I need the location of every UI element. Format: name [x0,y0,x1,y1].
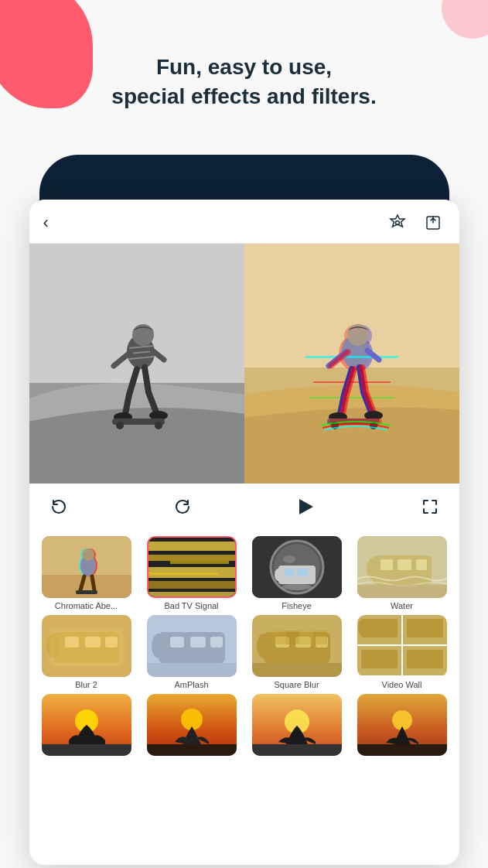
svg-rect-21 [309,397,394,398]
effect-thumb-row3b [147,694,237,756]
share-icon-button[interactable] [421,210,445,235]
effect-row3-a[interactable] [37,694,136,759]
topbar-icons [385,210,445,235]
skater-glitch [244,244,459,484]
play-triangle-icon [299,499,313,514]
svg-rect-109 [357,744,447,756]
blur2-thumb-img [42,615,131,677]
play-button[interactable] [292,493,320,521]
svg-rect-100 [42,744,131,756]
effect-blur2[interactable]: Blur 2 [37,615,136,689]
effect-row3-d[interactable] [353,694,452,759]
effect-fisheye[interactable]: Fisheye [247,536,346,610]
svg-rect-53 [297,569,308,576]
redo-icon [172,497,193,517]
effect-squareblur[interactable]: Square Blur [247,615,346,689]
effect-label-blur2: Blur 2 [75,680,97,689]
effect-label-videowall: Video Wall [382,680,422,689]
redo-button[interactable] [169,493,196,521]
svg-rect-59 [398,559,411,570]
effects-row-1: Chromatic Abe... [37,536,452,610]
svg-point-49 [283,555,295,563]
effects-row-2: Blur 2 AmPlash [37,615,452,689]
svg-rect-97 [357,644,447,646]
undo-button[interactable] [45,493,73,521]
svg-point-78 [257,634,271,658]
effect-row3-c[interactable] [247,694,346,759]
effect-thumb-videowall [357,615,447,677]
svg-rect-84 [299,630,313,644]
svg-rect-91 [407,619,443,637]
svg-point-54 [282,584,312,590]
row3d-thumb-img [357,694,447,756]
video-preview [29,244,459,484]
svg-point-51 [275,569,282,581]
effect-water[interactable]: Water [353,536,452,610]
row3a-thumb-img [42,694,131,756]
effect-label-water: Water [391,601,413,610]
svg-point-0 [395,221,399,225]
svg-rect-42 [148,592,237,598]
svg-rect-52 [285,569,294,576]
fisheye-thumb-img [252,536,342,598]
effect-thumb-badtv [147,536,237,598]
svg-rect-61 [357,585,447,598]
svg-rect-36 [76,590,97,594]
svg-rect-85 [313,630,327,644]
effect-label-amplash: AmPlash [174,680,208,689]
svg-rect-73 [190,637,206,648]
effect-amplash[interactable]: AmPlash [142,615,241,689]
svg-rect-83 [285,630,299,644]
videowall-thumb-img [357,615,447,677]
tagline: Fun, easy to use, special effects and fi… [0,53,488,111]
row3c-thumb-img [252,694,342,756]
effect-thumb-row3a [42,694,131,756]
effect-thumb-squareblur [252,615,342,677]
fullscreen-icon [420,497,440,517]
svg-rect-45 [148,572,218,575]
skater-grayscale [29,244,244,484]
svg-rect-103 [147,744,237,756]
svg-rect-93 [361,650,398,668]
svg-rect-95 [407,650,443,668]
svg-rect-82 [271,630,285,644]
settings-icon [388,214,407,232]
svg-rect-72 [170,637,184,648]
back-button[interactable]: ‹ [43,213,49,233]
effect-row3-b[interactable] [142,694,241,759]
svg-rect-68 [105,637,118,648]
svg-point-89 [358,620,364,635]
svg-point-10 [155,422,162,429]
fullscreen-button[interactable] [416,493,444,521]
svg-rect-19 [305,356,398,358]
effect-thumb-water [357,536,447,598]
effect-thumb-blur2 [42,615,131,677]
effect-videowall[interactable]: Video Wall [353,615,452,689]
water-thumb-img [357,536,447,598]
effect-thumb-amplash [147,615,237,677]
squareblur-thumb-img [252,615,342,677]
effect-thumb-chromatic [42,536,131,598]
effect-label-badtv: Bad TV Signal [164,601,218,610]
svg-rect-60 [416,559,427,570]
svg-rect-67 [85,637,101,648]
svg-rect-66 [65,637,79,648]
svg-point-35 [82,548,94,561]
svg-point-71 [152,634,166,658]
svg-rect-38 [148,542,237,551]
badtv-thumb-img [148,538,237,598]
undo-icon [49,497,69,517]
effect-thumb-row3d [357,694,447,756]
chromatic-thumb-img [42,536,131,598]
share-icon [424,214,442,232]
amplash-thumb-img [147,615,237,677]
svg-rect-74 [210,637,223,648]
row3b-thumb-img [147,694,237,756]
effect-label-chromatic: Chromatic Abe... [55,601,118,610]
settings-icon-button[interactable] [385,210,410,235]
svg-rect-41 [148,581,237,589]
video-left-panel [29,244,244,484]
video-right-panel [244,244,459,484]
effect-chromatic[interactable]: Chromatic Abe... [37,536,136,610]
effect-badtv[interactable]: Bad TV Signal [142,536,241,610]
